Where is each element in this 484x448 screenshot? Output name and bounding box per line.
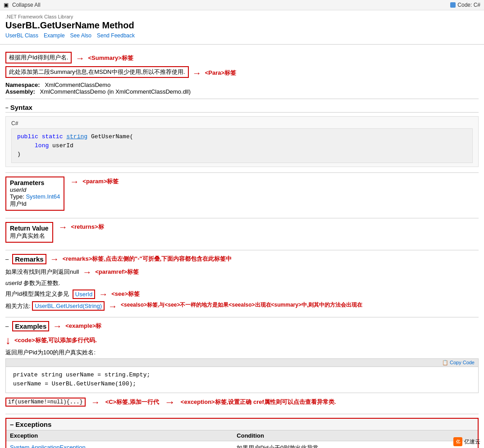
namespace-value: XmlCommentClassDemo [45,81,110,88]
para-arrow-icon: → [192,68,201,78]
see-arrow-icon: → [99,289,108,299]
nav-links: UserBL Class Example See Also Send Feedb… [5,32,479,39]
type-link[interactable]: System.Int64 [26,193,60,200]
summary-box: 根据用户Id得到用户名. [5,52,72,63]
syntax-divider [5,172,479,173]
remarks-header-box: Remarks [12,254,46,264]
top-bar: ▣ Collapse All Code: C# [0,0,484,10]
return-annotation: <returns>标 [71,223,104,231]
code-block: public static string GetUserName( long u… [11,128,473,163]
yisu-icon: 亿 [453,437,462,446]
syntax-collapse-icon[interactable]: – [5,104,9,111]
code-annotation-row: ↓ <code>标签,可以添加多行代码. [5,334,479,347]
see-link-box: UserId [73,290,95,299]
main-content: 根据用户Id得到用户名. → <Summary>标签 此处添加第二段Summar… [0,48,484,448]
remarks-collapse-icon[interactable]: – [5,256,9,262]
return-type-link[interactable]: string [66,133,87,140]
nav-example-link[interactable]: Example [44,32,65,39]
namespace-label: Namespace: [5,81,40,88]
syntax-section: – Syntax C# public static string GetUser… [5,103,479,167]
seealso-annotation: <seealso>标签,与<see>不一样的地方是如果<seealso>出现在<… [121,301,362,309]
yisu-icon-text: 亿 [456,439,460,445]
col-exception: Exception [6,430,233,441]
assembly-line: Assembly: XmlCommentClassDemo (in XmlCom… [5,88,479,95]
seealso-link[interactable]: UserBL.GetUserId(String) [33,302,104,310]
meta-info: Namespace: XmlCommentClassDemo Assembly:… [5,81,479,95]
para-row: 此处添加第二段Summary信息,在MSDN中很少使用,所以不推荐使用. → <… [5,66,479,80]
inline-code-box: if(userName!=null){...} [5,398,86,407]
keyword-static: static [42,133,63,140]
param-annotation: <param>标签 [82,177,119,186]
parameters-left: Parameters userId Type: System.Int64 用户I… [5,176,64,213]
summary-annotation: <Summary>标签 [88,54,133,62]
remarks-arrow-icon: → [50,254,59,264]
examples-collapse-icon[interactable]: – [5,323,9,330]
examples-section: – Examples → <example>标 ↓ <code>标签,可以添加多… [5,321,479,409]
copy-code-button[interactable]: 📋 Copy Code [442,360,475,366]
return-divider [5,250,479,250]
table-row: System.ApplicationException 如果用户Pid小于0则抛… [6,441,478,448]
syntax-header: – Syntax [5,103,479,113]
inline-arrow-icon: → [91,397,100,407]
exceptions-collapse-icon[interactable]: – [10,421,14,428]
parameters-header-box: Parameters userId Type: System.Int64 用户I… [5,176,64,211]
exception-condition-cell: 如果用户Pid小于0则抛出此异常 [233,441,478,448]
remarks-line2-suffix: 参数为正整数. [23,280,60,286]
yisu-text: 亿速云 [464,438,480,446]
seealso-box: UserBL.GetUserId(String) [32,301,105,311]
exceptions-section: – Exceptions Exception Condition System.… [5,418,479,448]
assembly-label: Assembly: [5,88,35,95]
see-link[interactable]: UserId [73,290,94,298]
copy-icon: 📋 [442,360,448,366]
exception-arrow-icon: → [164,396,175,408]
param-type-display: Type: System.Int64 [10,193,60,200]
param-name-display: userId [10,186,60,193]
return-box: Return Value 用户真实姓名 [5,222,53,243]
namespace-line: Namespace: XmlCommentClassDemo [5,81,479,88]
return-title: Return Value [10,225,49,232]
exceptions-title: Exceptions [15,421,51,428]
inline-code-row: if(userName!=null){...} → <C>标签,添加一行代 → … [5,396,479,408]
nav-class-link[interactable]: UserBL Class [5,32,38,39]
paramref-arrow-icon: → [82,267,91,277]
meta-divider [5,99,479,99]
examples-header-row: – Examples → <example>标 [5,321,479,331]
remarks-paramref-text: userId [5,280,22,286]
see-annotation: <see>标签 [111,290,140,298]
keyword-public: public [17,133,38,140]
exception-condition: 如果用户Pid小于0则抛出此异常 [237,444,319,448]
param-name-code: userId [52,142,73,149]
remarks-null-text: 如果没有找到用户则返回null [5,268,79,276]
nav-see-also-link[interactable]: See Also [70,32,91,39]
param-arrow-icon: → [70,176,79,187]
lang-label: C# [11,120,473,127]
exception-link[interactable]: System.ApplicationException [10,444,86,448]
yisu-logo: 亿 亿速云 [453,437,480,446]
exception-link-cell: System.ApplicationException [6,441,233,448]
paramref-userid: userId [5,280,22,286]
code-example: private string userName = string.Empty; … [6,367,478,393]
para-text: 此处添加第二段Summary信息,在MSDN中很少使用,所以不推荐使用. [9,68,185,75]
remarks-divider [5,317,479,317]
code-example-line2: userName = UserBL.GetUserName(100); [13,380,471,389]
code-annotation-text: <code>标签,可以添加多行代码. [14,336,97,344]
param-indent [17,142,31,149]
nav-feedback-link[interactable]: Send Feedback [97,32,135,39]
return-section: Return Value 用户真实姓名 → <returns>标 [5,222,479,244]
parameters-row: Parameters userId Type: System.Int64 用户I… [5,176,479,213]
summary-arrow-icon: → [75,53,84,63]
code-example-container: 📋 Copy Code private string userName = st… [5,358,479,394]
collapse-all-link[interactable]: Collapse All [12,2,41,8]
remarks-line3-prefix: 用户Id模型属性定义参见 [5,290,69,298]
examples-arrow-icon: → [53,321,62,331]
syntax-title: Syntax [10,104,32,111]
remarks-line4: 相关方法: UserBL.GetUserId(String) → <seeals… [5,301,479,312]
header-divider [0,44,484,45]
exceptions-table: Exception Condition System.ApplicationEx… [6,430,478,448]
para-annotation: <Para>标签 [205,69,236,77]
code-down-arrow-icon: ↓ [5,334,11,347]
code-lang-icon [450,2,456,8]
parameters-section: Parameters userId Type: System.Int64 用户I… [5,176,479,213]
summary-text: 根据用户Id得到用户名. [9,54,68,61]
page-wrapper: ▣ Collapse All Code: C# .NET Framework C… [0,0,484,448]
